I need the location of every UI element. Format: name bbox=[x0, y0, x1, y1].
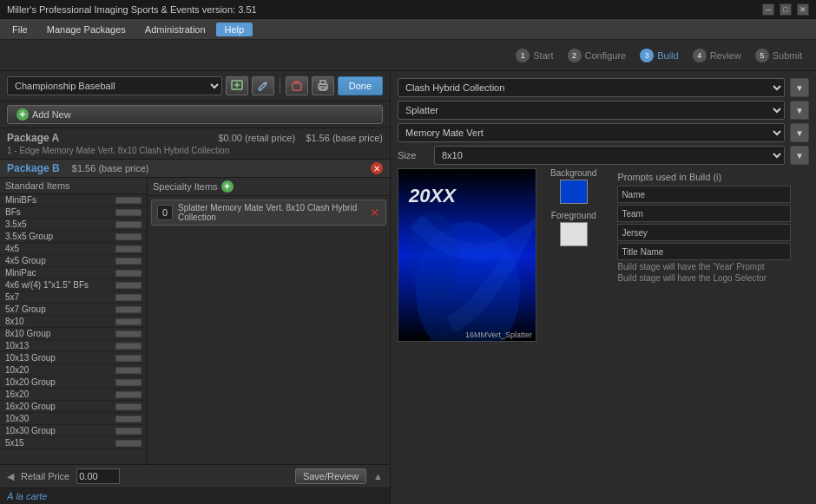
standard-item-name: 3.5x5 bbox=[5, 219, 112, 229]
close-button[interactable]: ✕ bbox=[797, 3, 809, 16]
foreground-label: Foreground bbox=[551, 211, 596, 220]
standard-item[interactable]: 5x7 bbox=[0, 291, 147, 304]
select-row-collection: Clash Hybrid Collection ▼ bbox=[398, 78, 809, 97]
standard-item[interactable]: 3.5x5 bbox=[0, 219, 147, 231]
standard-item[interactable]: 3.5x5 Group bbox=[0, 231, 147, 243]
standard-item[interactable]: 10x13 Group bbox=[0, 352, 147, 364]
standard-item[interactable]: 10x20 bbox=[0, 364, 147, 376]
foreground-swatch-group: Foreground bbox=[550, 211, 596, 246]
menu-manage-packages[interactable]: Manage Packages bbox=[38, 23, 135, 36]
standard-item[interactable]: MiniBFs bbox=[0, 194, 147, 206]
prompts-note-logo: Build stage will have the Logo Selector bbox=[617, 273, 791, 283]
standard-item[interactable]: 4x6 w/(4) 1"x1.5" BFs bbox=[0, 279, 147, 291]
standard-item[interactable]: 16x20 Group bbox=[0, 401, 147, 413]
standard-item[interactable]: MiniPac bbox=[0, 267, 147, 279]
svg-rect-4 bbox=[293, 83, 301, 90]
standard-item-name: 16x20 Group bbox=[5, 402, 112, 411]
select-row-size: Size 8x10 ▼ bbox=[398, 146, 809, 165]
standard-item-bar bbox=[115, 391, 141, 398]
specialty-item[interactable]: 0 Splatter Memory Mate Vert. 8x10 Clash … bbox=[151, 200, 386, 226]
package-a-retail-price: $0.00 (retail price) bbox=[218, 133, 295, 143]
size-select[interactable]: 8x10 bbox=[434, 146, 785, 165]
splatter-select[interactable]: Splatter bbox=[398, 101, 785, 120]
standard-item-name: 10x30 Group bbox=[5, 426, 112, 435]
menu-administration[interactable]: Administration bbox=[136, 23, 214, 36]
done-button[interactable]: Done bbox=[338, 76, 383, 95]
package-b-section: Package B $1.56 (base price) ✕ Standard … bbox=[0, 160, 390, 488]
step-review: 4 Review bbox=[693, 49, 741, 62]
standard-item-bar bbox=[115, 294, 141, 301]
step-num-3: 3 bbox=[640, 49, 654, 62]
splash-decoration bbox=[398, 169, 536, 341]
standard-items-list[interactable]: MiniBFsBFs3.5x53.5x5 Group4x54x5 GroupMi… bbox=[0, 194, 147, 464]
standard-item-name: 10x13 Group bbox=[5, 353, 112, 363]
package-b-header: Package B $1.56 (base price) ✕ bbox=[0, 160, 390, 178]
standard-item[interactable]: 8x10 bbox=[0, 316, 147, 328]
package-a-description: 1 - Edge Memory Mate Vert. 8x10 Clash Hy… bbox=[7, 146, 383, 155]
specialty-list: 0 Splatter Memory Mate Vert. 8x10 Clash … bbox=[148, 196, 390, 464]
scroll-left-icon[interactable]: ◀ bbox=[7, 471, 14, 482]
package-b-left: Package B $1.56 (base price) bbox=[7, 162, 149, 174]
standard-item-bar bbox=[115, 428, 141, 435]
collection-select[interactable]: Clash Hybrid Collection bbox=[398, 78, 785, 97]
standard-item[interactable]: 10x30 bbox=[0, 413, 147, 425]
print-button[interactable] bbox=[312, 76, 334, 95]
a-la-carte-section: À la carte bbox=[0, 488, 390, 504]
menu-file[interactable]: File bbox=[3, 23, 36, 36]
standard-item[interactable]: 4x5 bbox=[0, 243, 147, 255]
maximize-button[interactable]: □ bbox=[780, 3, 792, 16]
save-review-button[interactable]: Save/Review bbox=[295, 468, 366, 484]
memory-mate-select[interactable]: Memory Mate Vert bbox=[398, 123, 785, 142]
delete-package-button[interactable] bbox=[286, 76, 308, 95]
standard-item-bar bbox=[115, 403, 141, 410]
foreground-swatch[interactable] bbox=[560, 222, 588, 246]
package-a-title: Package A bbox=[7, 132, 59, 144]
select-row-splatter: Splatter ▼ bbox=[398, 101, 809, 120]
background-swatch[interactable] bbox=[560, 180, 588, 204]
standard-item-bar bbox=[115, 355, 141, 362]
splatter-select-arrow[interactable]: ▼ bbox=[790, 101, 809, 120]
specialty-remove-button[interactable]: ✕ bbox=[370, 206, 380, 219]
standard-item[interactable]: BFs bbox=[0, 206, 147, 219]
menu-bar: File Manage Packages Administration Help bbox=[0, 19, 816, 40]
retail-price-input[interactable] bbox=[76, 468, 120, 484]
preview-image-inner: 20XX bbox=[398, 169, 536, 341]
standard-item[interactable]: 5x15 bbox=[0, 437, 147, 449]
package-selector[interactable]: Championship Baseball bbox=[7, 76, 222, 95]
add-icon bbox=[231, 80, 243, 92]
step-num-4: 4 bbox=[693, 49, 707, 62]
step-label-review: Review bbox=[710, 50, 741, 61]
package-a-base-price: $1.56 (base price) bbox=[306, 133, 383, 143]
collection-select-arrow[interactable]: ▼ bbox=[790, 78, 809, 97]
specialty-label: Specialty Items bbox=[153, 181, 218, 192]
standard-item[interactable]: 8x10 Group bbox=[0, 328, 147, 340]
right-top-selects: Clash Hybrid Collection ▼ Splatter ▼ Mem… bbox=[398, 78, 809, 165]
standard-item[interactable]: 4x5 Group bbox=[0, 255, 147, 267]
standard-item[interactable]: 16x20 bbox=[0, 389, 147, 401]
size-select-arrow[interactable]: ▼ bbox=[790, 146, 809, 165]
edit-package-button[interactable] bbox=[252, 76, 274, 95]
menu-help[interactable]: Help bbox=[216, 23, 253, 36]
standard-item[interactable]: 5x7 Group bbox=[0, 304, 147, 316]
standard-item-bar bbox=[115, 367, 141, 374]
standard-item[interactable]: 10x13 bbox=[0, 340, 147, 352]
standard-item-bar bbox=[115, 440, 141, 447]
add-package-button[interactable] bbox=[226, 76, 248, 95]
step-label-start: Start bbox=[533, 50, 553, 61]
add-new-button[interactable]: + Add New bbox=[7, 105, 383, 124]
background-label: Background bbox=[550, 168, 596, 178]
add-specialty-button[interactable]: + bbox=[221, 180, 234, 193]
add-new-row: + Add New bbox=[0, 101, 390, 128]
standard-item[interactable]: 10x20 Group bbox=[0, 376, 147, 389]
standard-item-name: 16x20 bbox=[5, 389, 112, 399]
standard-item-bar bbox=[115, 282, 141, 289]
package-b-close-button[interactable]: ✕ bbox=[371, 162, 383, 174]
standard-item[interactable]: 10x30 Group bbox=[0, 425, 147, 437]
minimize-button[interactable]: ─ bbox=[762, 3, 774, 16]
memory-mate-select-arrow[interactable]: ▼ bbox=[790, 123, 809, 142]
toolbar-separator bbox=[280, 78, 280, 94]
prompt-name-label: Name bbox=[622, 190, 645, 200]
scroll-right-icon[interactable]: ▲ bbox=[373, 471, 383, 481]
standard-item-name: 3.5x5 Group bbox=[5, 232, 112, 241]
standard-item-name: 10x13 bbox=[5, 341, 112, 350]
